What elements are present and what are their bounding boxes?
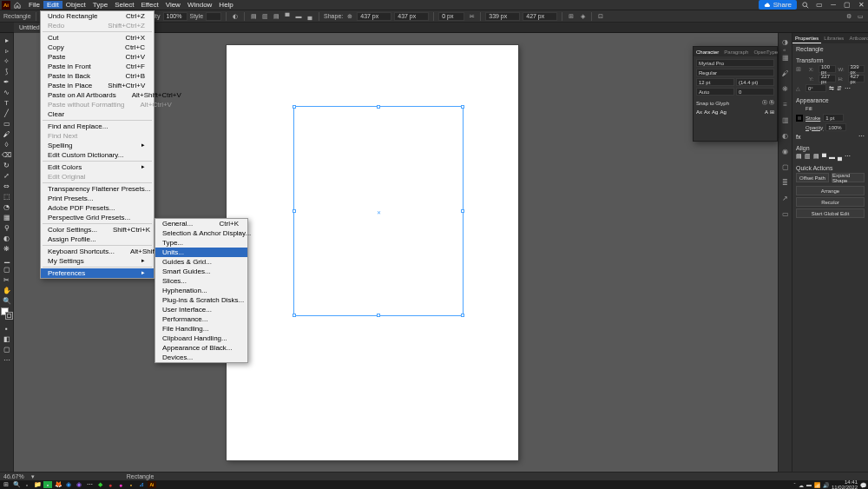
y-field[interactable]: 437 px [394, 12, 429, 21]
selected-rectangle[interactable]: ✕ [293, 106, 464, 316]
flip-h-icon[interactable]: ⇋ [829, 85, 834, 92]
menu-color-settings[interactable]: Color Settings...Shift+Ctrl+K [41, 225, 154, 235]
x-field[interactable]: 437 px [357, 12, 391, 21]
snap-glyph-icon-1[interactable]: Ⓐ [762, 99, 767, 107]
edit-toolbar-icon[interactable]: ⋯ [1, 354, 13, 365]
task-taskview-icon[interactable]: ▫ [23, 481, 31, 488]
align-l-icon[interactable]: ▤ [796, 153, 802, 160]
setup-icon[interactable]: ⚙ [845, 12, 853, 21]
snap-pixel-icon[interactable]: ⊡ [596, 12, 605, 21]
recolor-icon[interactable]: ◐ [231, 12, 240, 21]
fx-icon[interactable]: fx [796, 134, 800, 140]
handle-bottom-right[interactable] [461, 314, 464, 317]
menu-custom-dict[interactable]: Edit Custom Dictionary... [41, 150, 154, 160]
free-transform-tool-icon[interactable]: ⬚ [1, 191, 13, 202]
pref-devices[interactable]: Devices... [155, 353, 247, 362]
menu-my-settings[interactable]: My Settings▸ [41, 256, 154, 266]
glyph-opt-5-icon[interactable]: A [765, 109, 768, 115]
task-vscode-icon[interactable]: ⊿ [137, 481, 146, 488]
align-left-icon[interactable]: ▤ [249, 12, 258, 21]
transparency-panel-icon[interactable]: ◐ [780, 130, 791, 141]
task-app-9-icon[interactable]: ▪ [127, 481, 135, 488]
paintbrush-tool-icon[interactable]: 🖌 [1, 129, 13, 139]
maximize-icon[interactable]: ▢ [842, 1, 852, 9]
app-icon[interactable]: Ai [2, 1, 10, 10]
reference-point-icon[interactable]: ⊞ [796, 66, 806, 73]
share-button[interactable]: Share [759, 0, 797, 10]
align-r-icon[interactable]: ▤ [813, 153, 819, 160]
lasso-tool-icon[interactable]: ⟆ [1, 66, 13, 76]
align-center-h-icon[interactable]: ▥ [260, 12, 269, 21]
tray-volume-icon[interactable]: 🔊 [823, 482, 829, 488]
task-app-7-icon[interactable]: ● [106, 481, 115, 488]
start-icon[interactable]: ⊞ [2, 481, 10, 488]
glyph-opt-3-icon[interactable]: Ag [712, 109, 718, 115]
prop-opacity-label[interactable]: Opacity [806, 125, 823, 130]
glyph-opt-2-icon[interactable]: Ax [704, 109, 710, 115]
gradient-panel-icon[interactable]: ▥ [780, 115, 791, 125]
prefs-icon[interactable]: ▭ [856, 12, 865, 21]
prop-x-field[interactable]: 100 px [819, 65, 836, 73]
eyedropper-tool-icon[interactable]: ⚲ [1, 222, 13, 233]
pref-selection[interactable]: Selection & Anchor Display... [155, 228, 247, 238]
menu-edit-original[interactable]: Edit Original [41, 172, 154, 182]
type-tool-icon[interactable]: T [1, 97, 13, 108]
task-search-icon[interactable]: 🔍 [12, 481, 21, 488]
menu-paste-back[interactable]: Paste in BackCtrl+B [41, 71, 154, 81]
shaper-tool-icon[interactable]: ◊ [1, 139, 13, 149]
prop-angle-field[interactable]: 0° [806, 84, 826, 92]
more-align-icon[interactable]: ⋯ [845, 153, 851, 160]
corner-field[interactable]: 0 px [438, 12, 464, 21]
screen-mode-icon[interactable]: ▢ [1, 344, 13, 354]
menu-assign-profile[interactable]: Assign Profile... [41, 235, 154, 244]
more-appearance-icon[interactable]: ⋯ [858, 133, 865, 140]
rectangle-tool-icon[interactable]: ▭ [1, 118, 13, 129]
recolor-button[interactable]: Recolor [796, 197, 865, 207]
shape-builder-tool-icon[interactable]: ◔ [1, 202, 13, 212]
char-tab-opentype[interactable]: OpenType [751, 47, 780, 56]
task-app-2-icon[interactable]: 🦊 [54, 481, 62, 488]
task-app-8-icon[interactable]: ● [116, 481, 125, 488]
zoom-tool-icon[interactable]: 🔍 [1, 295, 13, 306]
menu-window[interactable]: Window [184, 1, 215, 9]
opacity-field[interactable]: 100% [163, 12, 187, 21]
menu-effect[interactable]: Effect [137, 1, 161, 9]
pref-clipboard[interactable]: Clipboard Handling... [155, 334, 247, 343]
align-cv-icon[interactable]: ▬ [829, 154, 835, 160]
menu-undo[interactable]: Undo RectangleCtrl+Z [41, 11, 154, 21]
tab-properties[interactable]: Properties [792, 33, 821, 43]
menu-copy[interactable]: CopyCtrl+C [41, 43, 154, 52]
menu-edit-colors[interactable]: Edit Colors▸ [41, 162, 154, 172]
offset-path-button[interactable]: Offset Path [796, 173, 829, 182]
char-tracking-field[interactable]: 0 [736, 88, 774, 96]
pref-black[interactable]: Appearance of Black... [155, 343, 247, 353]
tray-wifi-icon[interactable]: 📶 [814, 482, 820, 488]
menu-paste-place[interactable]: Paste in PlaceShift+Ctrl+V [41, 81, 154, 90]
menu-paste-front[interactable]: Paste in FrontCtrl+F [41, 62, 154, 71]
scale-tool-icon[interactable]: ⤢ [1, 170, 13, 181]
menu-clear[interactable]: Clear [41, 109, 154, 119]
glyph-opt-1-icon[interactable]: Ax [696, 109, 702, 115]
menu-cut[interactable]: CutCtrl+X [41, 33, 154, 43]
menu-select[interactable]: Select [111, 1, 137, 9]
align-bottom-icon[interactable]: ▄ [306, 12, 314, 21]
zoom-level[interactable]: 46.67% [3, 473, 24, 479]
direct-selection-tool-icon[interactable]: ▹ [1, 45, 13, 56]
stroke-panel-icon[interactable]: ≡ [780, 99, 791, 109]
link-corners-icon[interactable]: ⫘ [467, 12, 476, 21]
symbol-sprayer-tool-icon[interactable]: ❋ [1, 243, 13, 254]
arrange-docs-icon[interactable]: ▭ [814, 1, 825, 9]
home-icon[interactable] [13, 1, 22, 10]
more-transform-icon[interactable]: ⋯ [845, 85, 851, 92]
appearance-panel-icon[interactable]: ◉ [780, 146, 791, 156]
task-app-1-icon[interactable]: ▪ [43, 481, 52, 488]
pref-smart-guides[interactable]: Smart Guides... [155, 267, 247, 276]
symbols-panel-icon[interactable]: ❋ [780, 83, 791, 94]
draw-mode-icon[interactable]: ◧ [1, 334, 13, 344]
blend-tool-icon[interactable]: ◐ [1, 233, 13, 243]
color-panel-icon[interactable]: ◑ [780, 36, 791, 47]
hand-tool-icon[interactable]: ✋ [1, 285, 13, 295]
menu-paste-noformat[interactable]: Paste without FormattingAlt+Ctrl+V [41, 100, 154, 109]
tray-chevron-icon[interactable]: ˄ [793, 482, 796, 488]
pref-performance[interactable]: Performance... [155, 314, 247, 324]
